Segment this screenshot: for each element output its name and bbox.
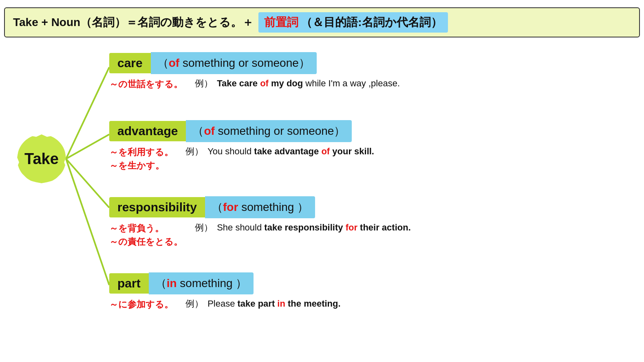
advantage-translation: ～を利用する。～を生かす。 — [109, 145, 173, 172]
take-bubble: Take — [17, 134, 66, 183]
responsibility-translation: ～を背負う。～の責任をとる。 — [109, 222, 183, 248]
svg-line-3 — [66, 159, 109, 285]
advantage-preposition-box: （of something or someone） — [186, 120, 352, 142]
advantage-trans-row: ～を利用する。～を生かす。 例） You should take advanta… — [109, 145, 374, 172]
part-noun-row: part （in something ） — [109, 272, 341, 294]
responsibility-noun-label: responsibility — [109, 197, 205, 217]
advantage-preposition: of — [204, 125, 214, 137]
part-example-plain1: Please — [207, 298, 237, 309]
part-example-label: 例） — [185, 298, 203, 309]
responsibility-example-bold: take responsibility — [264, 222, 345, 233]
care-example-bold2: my dog — [269, 78, 303, 88]
svg-line-1 — [66, 134, 109, 159]
part-translation: ～に参加する。 — [109, 298, 173, 311]
responsibility-example-bold2: their action. — [357, 222, 411, 233]
part-preposition: in — [167, 277, 177, 290]
header-right-text: （＆目的語:名詞か代名詞） — [301, 15, 442, 30]
responsibility-noun-row: responsibility （for something ） — [109, 196, 411, 218]
advantage-example: 例） You should take advantage of your ski… — [185, 145, 374, 158]
responsibility-preposition-box: （for something ） — [205, 196, 315, 218]
care-preposition: of — [169, 57, 179, 69]
care-preposition-box: （of something or someone） — [151, 52, 317, 74]
care-noun-row: care （of something or someone） — [109, 52, 400, 74]
care-example-of: of — [260, 78, 269, 88]
header-preposition-box: 前置詞 （＆目的語:名詞か代名詞） — [258, 12, 448, 33]
responsibility-preposition: for — [223, 201, 238, 213]
row-responsibility: responsibility （for something ） ～を背負う。～の… — [109, 196, 411, 248]
part-trans-row: ～に参加する。 例） Please take part in the meeti… — [109, 298, 341, 311]
care-trans-row: ～の世話をする。 例） Take care of my dog while I'… — [109, 77, 400, 91]
part-noun-label: part — [109, 273, 149, 294]
advantage-example-bold2: your skill. — [330, 146, 374, 156]
header-red-word: 前置詞 — [264, 15, 298, 30]
part-example: 例） Please take part in the meeting. — [185, 298, 341, 310]
advantage-example-bold: take advantage — [254, 146, 321, 156]
part-example-bold: take part — [238, 298, 278, 309]
care-example: 例） Take care of my dog while I'm a way ,… — [195, 77, 400, 90]
header-bar: Take + Noun（名詞）＝名詞の動きをとる。＋ 前置詞 （＆目的語:名詞か… — [4, 7, 640, 37]
responsibility-example-for: for — [346, 222, 357, 233]
care-example-end: while I'm a way ,please. — [303, 78, 400, 88]
part-example-in: in — [277, 298, 285, 309]
part-example-bold2: the meeting. — [285, 298, 341, 309]
responsibility-example-label: 例） — [195, 222, 213, 233]
row-care: care （of something or someone） ～の世話をする。 … — [109, 52, 400, 91]
row-part: part （in something ） ～に参加する。 例） Please t… — [109, 272, 341, 311]
responsibility-trans-row: ～を背負う。～の責任をとる。 例） She should take respon… — [109, 222, 411, 248]
svg-line-0 — [66, 67, 109, 159]
advantage-noun-row: advantage （of something or someone） — [109, 120, 374, 142]
header-left-text: Take + Noun（名詞）＝名詞の動きをとる。＋ — [13, 15, 254, 30]
care-example-label: 例） — [195, 78, 213, 88]
advantage-example-plain: You should — [207, 146, 254, 156]
responsibility-example-plain1: She should — [217, 222, 264, 233]
care-translation: ～の世話をする。 — [109, 77, 183, 91]
advantage-example-label: 例） — [185, 146, 203, 156]
care-example-bold1: Take care — [217, 78, 260, 88]
part-preposition-box: （in something ） — [149, 272, 254, 294]
svg-line-2 — [66, 159, 109, 208]
row-advantage: advantage （of something or someone） ～を利用… — [109, 120, 374, 172]
advantage-noun-label: advantage — [109, 121, 186, 141]
care-noun-label: care — [109, 53, 151, 73]
advantage-example-of: of — [321, 146, 330, 156]
take-bubble-label: Take — [17, 134, 66, 183]
responsibility-example: 例） She should take responsibility for th… — [195, 222, 411, 234]
